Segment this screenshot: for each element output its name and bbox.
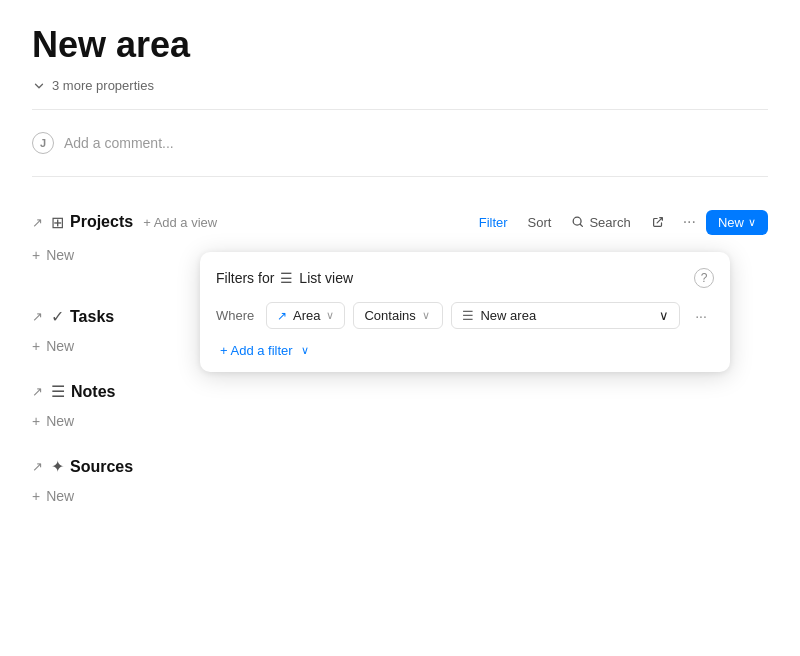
new-note-item[interactable]: + New xyxy=(32,409,768,433)
filter-popup: Filters for ☰ List view ? Where ↗ Area ∨… xyxy=(200,252,730,372)
filter-value-select[interactable]: ☰ New area ∨ xyxy=(451,302,680,329)
contains-chevron-icon: ∨ xyxy=(422,309,430,322)
new-source-item[interactable]: + New xyxy=(32,484,768,508)
area-filter-label: Area xyxy=(293,308,320,323)
projects-toolbar: Filter Sort Search ··· New xyxy=(471,209,768,235)
divider-1 xyxy=(32,109,768,110)
filter-condition-row: Where ↗ Area ∨ Contains ∨ ☰ New area ∨ ·… xyxy=(216,302,714,329)
area-chevron-icon: ∨ xyxy=(326,309,334,322)
new-project-button[interactable]: New ∨ xyxy=(706,210,768,235)
filter-popup-title: Filters for ☰ List view xyxy=(216,270,353,286)
plus-icon-notes: + xyxy=(32,413,40,429)
avatar: J xyxy=(32,132,54,154)
filter-value-label: New area xyxy=(480,308,536,323)
where-label: Where xyxy=(216,308,258,323)
tasks-title: Tasks xyxy=(70,308,114,326)
plus-icon: + xyxy=(32,247,40,263)
more-options-button[interactable]: ··· xyxy=(677,209,702,235)
more-properties-label: 3 more properties xyxy=(52,78,154,93)
tasks-expand-arrow[interactable]: ↗ xyxy=(32,309,43,324)
notes-title: Notes xyxy=(71,383,115,401)
contains-select[interactable]: Contains ∨ xyxy=(353,302,443,329)
sources-expand-arrow[interactable]: ↗ xyxy=(32,459,43,474)
add-filter-row: + Add a filter ∨ xyxy=(216,341,714,360)
add-filter-button[interactable]: + Add a filter xyxy=(216,341,297,360)
notes-icon: ☰ xyxy=(51,382,65,401)
plus-icon-tasks: + xyxy=(32,338,40,354)
new-task-label: New xyxy=(46,338,74,354)
new-btn-chevron: ∨ xyxy=(748,216,756,229)
divider-2 xyxy=(32,176,768,177)
area-filter-select[interactable]: ↗ Area ∨ xyxy=(266,302,345,329)
new-source-label: New xyxy=(46,488,74,504)
sort-button[interactable]: Sort xyxy=(520,211,560,234)
sources-section: ↗ ✦ Sources + New xyxy=(32,449,768,508)
comment-placeholder: Add a comment... xyxy=(64,135,174,151)
new-project-label: New xyxy=(46,247,74,263)
sources-icon: ✦ xyxy=(51,457,64,476)
contains-label: Contains xyxy=(364,308,415,323)
external-link-icon xyxy=(651,215,665,229)
list-view-icon: ☰ xyxy=(280,270,293,286)
add-view-button[interactable]: + Add a view xyxy=(137,213,223,232)
more-properties-toggle[interactable]: 3 more properties xyxy=(32,78,768,93)
sources-title: Sources xyxy=(70,458,133,476)
expand-button[interactable] xyxy=(643,211,673,233)
new-note-label: New xyxy=(46,413,74,429)
projects-expand-arrow[interactable]: ↗ xyxy=(32,215,43,230)
notes-section: ↗ ☰ Notes + New xyxy=(32,374,768,433)
area-arrow-icon: ↗ xyxy=(277,309,287,323)
filter-row-more-button[interactable]: ··· xyxy=(688,303,714,329)
doc-icon: ☰ xyxy=(462,308,474,323)
chevron-down-icon xyxy=(32,79,46,93)
page-title: New area xyxy=(32,24,768,66)
add-filter-chevron: ∨ xyxy=(301,344,309,357)
comment-row[interactable]: J Add a comment... xyxy=(32,122,768,164)
value-chevron-icon: ∨ xyxy=(659,308,669,323)
tasks-icon: ✓ xyxy=(51,307,64,326)
projects-icon: ⊞ xyxy=(51,213,64,232)
help-button[interactable]: ? xyxy=(694,268,714,288)
filter-button[interactable]: Filter xyxy=(471,211,516,234)
plus-icon-sources: + xyxy=(32,488,40,504)
projects-title: Projects xyxy=(70,213,133,231)
notes-expand-arrow[interactable]: ↗ xyxy=(32,384,43,399)
search-icon xyxy=(571,215,585,229)
search-button[interactable]: Search xyxy=(563,211,638,234)
